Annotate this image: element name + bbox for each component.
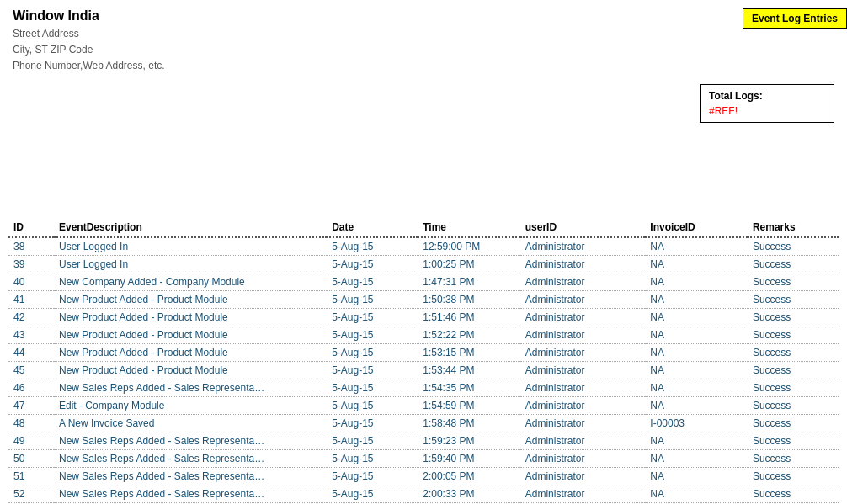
cell-userid: Administrator: [520, 326, 646, 343]
cell-invoiceid: NA: [645, 361, 748, 379]
cell-id: 41: [8, 290, 54, 308]
cell-remarks: Success: [748, 414, 839, 432]
cell-id: 42: [8, 308, 54, 326]
cell-userid: Administrator: [520, 379, 646, 396]
cell-invoiceid: NA: [645, 467, 748, 485]
cell-date: 5-Aug-15: [327, 449, 418, 467]
event-log-table: ID EventDescription Date Time userID Inv…: [8, 218, 839, 504]
col-header-date: Date: [327, 218, 418, 237]
total-logs-value: #REF!: [709, 105, 825, 117]
col-header-userid: userID: [520, 218, 646, 237]
cell-userid: Administrator: [520, 414, 646, 432]
cell-remarks: Success: [748, 485, 839, 502]
table-row: 51New Sales Reps Added - Sales Represent…: [8, 467, 839, 485]
table-row: 39User Logged In5-Aug-151:00:25 PMAdmini…: [8, 255, 839, 273]
table-row: 42New Product Added - Product Module5-Au…: [8, 308, 839, 326]
cell-userid: Administrator: [520, 308, 646, 326]
cell-userid: Administrator: [520, 432, 646, 449]
cell-desc: New Product Added - Product Module: [54, 343, 327, 361]
cell-time: 1:53:44 PM: [418, 361, 520, 379]
cell-desc: New Product Added - Product Module: [54, 290, 327, 308]
cell-remarks: Success: [748, 343, 839, 361]
cell-id: 38: [8, 237, 54, 256]
address-line2: City, ST ZIP Code: [13, 42, 834, 58]
cell-invoiceid: NA: [645, 255, 748, 273]
col-header-desc: EventDescription: [54, 218, 327, 237]
cell-time: 1:59:40 PM: [418, 449, 520, 467]
address-line3: Phone Number,Web Address, etc.: [13, 58, 834, 74]
cell-time: 2:00:33 PM: [418, 485, 520, 502]
cell-date: 5-Aug-15: [327, 432, 418, 449]
table-row: 46New Sales Reps Added - Sales Represent…: [8, 379, 839, 396]
cell-date: 5-Aug-15: [327, 308, 418, 326]
cell-desc: New Sales Reps Added - Sales Representa…: [54, 485, 327, 502]
cell-time: 1:50:38 PM: [418, 290, 520, 308]
cell-date: 5-Aug-15: [327, 396, 418, 414]
cell-id: 48: [8, 414, 54, 432]
cell-time: 1:59:23 PM: [418, 432, 520, 449]
table-body: 38User Logged In5-Aug-1512:59:00 PMAdmin…: [8, 237, 839, 504]
cell-id: 44: [8, 343, 54, 361]
cell-time: 2:00:05 PM: [418, 467, 520, 485]
table-row: 44New Product Added - Product Module5-Au…: [8, 343, 839, 361]
cell-remarks: Success: [748, 290, 839, 308]
table-row: 50New Sales Reps Added - Sales Represent…: [8, 449, 839, 467]
table-row: 52New Sales Reps Added - Sales Represent…: [8, 485, 839, 502]
cell-desc: New Sales Reps Added - Sales Representa…: [54, 467, 327, 485]
cell-invoiceid: NA: [645, 326, 748, 343]
table-row: 48A New Invoice Saved5-Aug-151:58:48 PMA…: [8, 414, 839, 432]
cell-remarks: Success: [748, 237, 839, 256]
address-line1: Street Address: [13, 26, 834, 42]
cell-time: 1:52:22 PM: [418, 326, 520, 343]
total-logs-box: Total Logs: #REF!: [700, 84, 834, 123]
cell-invoiceid: NA: [645, 449, 748, 467]
event-log-button[interactable]: Event Log Entries: [743, 8, 847, 29]
cell-desc: User Logged In: [54, 255, 327, 273]
cell-invoiceid: NA: [645, 308, 748, 326]
cell-userid: Administrator: [520, 485, 646, 502]
cell-time: 1:54:59 PM: [418, 396, 520, 414]
cell-id: 43: [8, 326, 54, 343]
cell-time: 1:53:15 PM: [418, 343, 520, 361]
cell-desc: New Sales Reps Added - Sales Representa…: [54, 432, 327, 449]
cell-remarks: Success: [748, 361, 839, 379]
table-row: 45New Product Added - Product Module5-Au…: [8, 361, 839, 379]
cell-invoiceid: NA: [645, 379, 748, 396]
company-name: Window India: [13, 8, 834, 24]
cell-desc: New Product Added - Product Module: [54, 308, 327, 326]
cell-id: 47: [8, 396, 54, 414]
cell-date: 5-Aug-15: [327, 361, 418, 379]
table-row: 38User Logged In5-Aug-1512:59:00 PMAdmin…: [8, 237, 839, 256]
cell-id: 52: [8, 485, 54, 502]
cell-userid: Administrator: [520, 273, 646, 290]
table-row: 43New Product Added - Product Module5-Au…: [8, 326, 839, 343]
cell-id: 45: [8, 361, 54, 379]
table-row: 40New Company Added - Company Module5-Au…: [8, 273, 839, 290]
cell-invoiceid: NA: [645, 396, 748, 414]
cell-remarks: Success: [748, 396, 839, 414]
cell-time: 1:54:35 PM: [418, 379, 520, 396]
cell-remarks: Success: [748, 273, 839, 290]
table-header-row: ID EventDescription Date Time userID Inv…: [8, 218, 839, 237]
col-header-invoiceid: InvoiceID: [645, 218, 748, 237]
cell-userid: Administrator: [520, 467, 646, 485]
cell-remarks: Success: [748, 467, 839, 485]
cell-id: 46: [8, 379, 54, 396]
cell-desc: New Product Added - Product Module: [54, 326, 327, 343]
cell-invoiceid: NA: [645, 343, 748, 361]
table-row: 49New Sales Reps Added - Sales Represent…: [8, 432, 839, 449]
total-logs-label: Total Logs:: [709, 90, 825, 102]
cell-time: 1:47:31 PM: [418, 273, 520, 290]
table-row: 41New Product Added - Product Module5-Au…: [8, 290, 839, 308]
cell-desc: New Sales Reps Added - Sales Representa…: [54, 449, 327, 467]
cell-userid: Administrator: [520, 361, 646, 379]
cell-date: 5-Aug-15: [327, 326, 418, 343]
cell-time: 12:59:00 PM: [418, 237, 520, 256]
cell-invoiceid: NA: [645, 237, 748, 256]
cell-remarks: Success: [748, 449, 839, 467]
cell-date: 5-Aug-15: [327, 290, 418, 308]
cell-invoiceid: NA: [645, 432, 748, 449]
cell-invoiceid: NA: [645, 273, 748, 290]
cell-desc: Edit - Company Module: [54, 396, 327, 414]
cell-desc: New Company Added - Company Module: [54, 273, 327, 290]
